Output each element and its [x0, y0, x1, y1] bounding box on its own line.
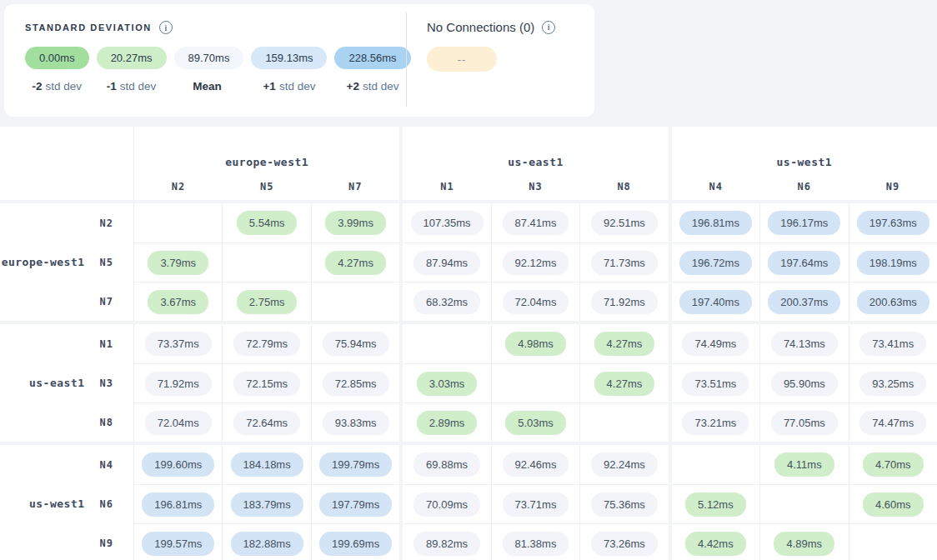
latency-pill: 196.17ms [768, 211, 840, 235]
row-node-label: N4 [100, 459, 113, 471]
matrix-row: 4.11ms4.70ms [672, 445, 937, 484]
legend-items: 0.00ms-2std dev20.27ms-1std dev89.70msMe… [25, 47, 406, 92]
legend-item: 159.13ms+1std dev [251, 47, 327, 92]
legend-label: +1std dev [263, 80, 315, 92]
matrix-row: 74.49ms74.13ms73.41ms [672, 324, 937, 363]
matrix-row: 3.03ms4.27ms [403, 363, 668, 402]
latency-pill: 72.79ms [233, 332, 300, 356]
matrix-cell: 92.12ms [491, 243, 579, 282]
matrix-cell-group: 4.98ms4.27ms3.03ms4.27ms2.89ms5.03ms [403, 324, 668, 442]
info-icon[interactable]: i [159, 21, 173, 34]
matrix-row: 73.37ms72.79ms75.94ms [134, 324, 399, 363]
matrix-row: 4.42ms4.89ms [672, 523, 937, 560]
matrix-cell: 5.03ms [491, 403, 579, 442]
matrix-cell: 4.27ms [579, 364, 668, 402]
row-node-label: N1 [100, 338, 113, 350]
latency-pill: 92.24ms [591, 452, 658, 477]
latency-pill: 199.69ms [319, 532, 392, 556]
matrix-cell: 197.64ms [759, 243, 848, 282]
matrix-cell: 3.79ms [134, 243, 222, 282]
legend-pill: 89.70ms [174, 47, 244, 69]
matrix-row: 3.67ms2.75ms [134, 282, 399, 321]
latency-pill: 197.40ms [679, 290, 752, 314]
matrix-cell: 198.19ms [849, 243, 937, 282]
col-node-label: N8 [580, 181, 669, 192]
latency-pill: 75.94ms [323, 332, 389, 356]
matrix-cell: 72.15ms [222, 364, 310, 402]
latency-pill: 72.04ms [145, 411, 212, 435]
latency-pill: 73.26ms [591, 532, 658, 556]
latency-pill: 196.81ms [142, 492, 214, 517]
legend-pill: 20.27ms [97, 47, 167, 69]
row-label: N2 [0, 203, 133, 242]
legend-label-rest: std dev [46, 80, 83, 92]
row-label: europe-west1N5 [0, 242, 133, 282]
matrix-row: 5.12ms4.60ms [672, 484, 937, 523]
matrix-cell: 197.40ms [672, 282, 759, 321]
row-label: N1 [0, 324, 133, 363]
matrix-cell: 74.47ms [849, 403, 937, 442]
legend-label-bold: -2 [33, 80, 43, 92]
row-label: us-east1N3 [0, 363, 133, 402]
matrix-cell [491, 364, 579, 402]
matrix-header-band: europe-west1N2N5N7us-east1N1N3N8us-west1… [0, 127, 937, 200]
matrix-cell-group: 73.37ms72.79ms75.94ms71.92ms72.15ms72.85… [134, 324, 399, 442]
matrix-row: 87.94ms92.12ms71.73ms [403, 242, 668, 282]
latency-pill: 74.47ms [859, 411, 926, 435]
matrix-cell [403, 324, 490, 363]
col-node-label: N4 [672, 181, 760, 192]
latency-pill: 183.79ms [231, 492, 303, 517]
matrix-cell: 184.18ms [222, 445, 310, 484]
latency-pill: 2.75ms [237, 290, 298, 314]
matrix-cell: 95.90ms [759, 364, 848, 402]
matrix-row: 5.54ms3.99ms [134, 203, 399, 242]
legend-label-bold: +1 [263, 80, 275, 92]
latency-pill: 4.60ms [863, 492, 924, 517]
row-region-label: europe-west1 [2, 256, 85, 268]
matrix-cell: 3.67ms [134, 282, 222, 321]
latency-pill: 4.89ms [774, 532, 834, 556]
matrix-row: 73.21ms77.05ms74.47ms [672, 402, 937, 442]
col-region-label: us-west1 [672, 156, 937, 168]
info-icon[interactable]: i [542, 21, 555, 34]
latency-pill: 107.35ms [411, 211, 484, 235]
latency-pill: 74.13ms [771, 332, 838, 356]
legend-item: 89.70msMean [174, 47, 244, 92]
matrix-cell-group: 199.60ms184.18ms199.79ms196.81ms183.79ms… [134, 445, 399, 560]
col-region-label: us-east1 [403, 156, 668, 168]
legend-label: -2std dev [33, 80, 83, 92]
matrix-cell: 71.92ms [579, 282, 668, 321]
col-node-label: N7 [311, 181, 399, 192]
matrix-cell: 73.26ms [579, 524, 668, 560]
matrix-row: 71.92ms72.15ms72.85ms [134, 363, 399, 402]
matrix-cell: 74.49ms [672, 324, 759, 363]
row-region-label: us-east1 [29, 377, 85, 389]
matrix-cell [759, 485, 848, 523]
matrix-cell: 73.37ms [134, 324, 222, 363]
matrix-cell: 5.54ms [222, 203, 310, 242]
latency-pill: 3.79ms [148, 251, 208, 275]
matrix-cell: 70.09ms [403, 485, 490, 523]
matrix-row: 72.04ms72.64ms93.83ms [134, 402, 399, 442]
latency-pill: 4.98ms [505, 332, 566, 356]
latency-pill: 72.64ms [233, 411, 300, 435]
matrix-cell: 87.41ms [491, 203, 579, 242]
matrix-cell [849, 524, 937, 560]
matrix-row: 196.81ms183.79ms197.79ms [134, 484, 399, 523]
latency-pill: 72.15ms [233, 372, 300, 396]
matrix-cell: 183.79ms [222, 485, 310, 523]
matrix-cell: 197.79ms [311, 485, 399, 523]
latency-pill: 75.36ms [591, 492, 658, 517]
matrix-cell: 4.60ms [849, 485, 937, 523]
latency-pill: 95.90ms [771, 372, 838, 396]
matrix-cell-group: 107.35ms87.41ms92.51ms87.94ms92.12ms71.7… [403, 203, 668, 321]
latency-pill: 92.51ms [591, 211, 658, 235]
matrix-cell: 75.94ms [311, 324, 399, 363]
matrix-cell: 92.24ms [579, 445, 668, 484]
row-node-label: N7 [100, 296, 113, 308]
latency-pill: 93.83ms [323, 411, 389, 435]
row-node-label: N6 [100, 498, 113, 510]
legend-label-rest: std dev [120, 80, 157, 92]
matrix-cell-group: 74.49ms74.13ms73.41ms73.51ms95.90ms93.25… [672, 324, 937, 442]
latency-pill: 74.49ms [682, 332, 749, 356]
